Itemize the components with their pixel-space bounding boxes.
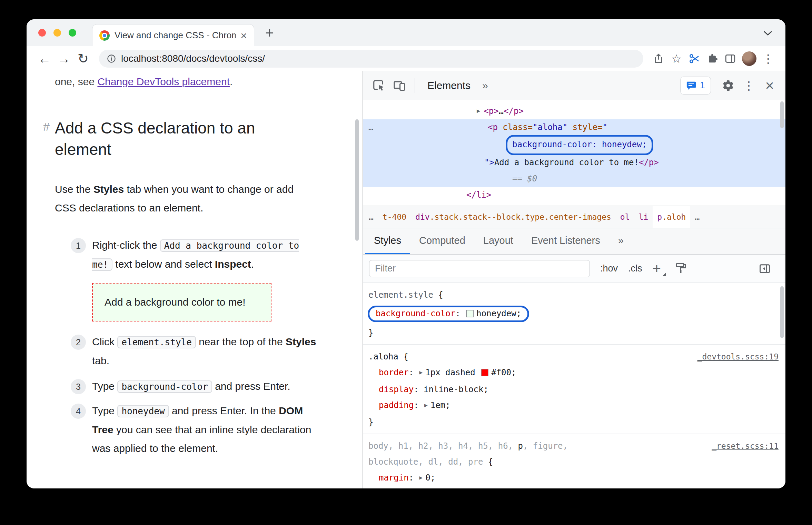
color-swatch-red[interactable] xyxy=(481,369,488,376)
selector-text: .aloha xyxy=(368,352,398,361)
heading-anchor-link[interactable]: # xyxy=(43,120,50,133)
dom-token: "> xyxy=(484,158,494,167)
styles-filter-input[interactable] xyxy=(369,260,590,277)
step-number: 2 xyxy=(71,335,86,350)
sidebar-panel-icon[interactable] xyxy=(721,53,739,65)
rule-header: .aloha { _devtools.scss:19 xyxy=(363,349,785,365)
change-devtools-placement-link[interactable]: Change DevTools placement xyxy=(97,76,230,87)
toggle-hover-state-button[interactable]: :hov xyxy=(600,263,618,274)
step-number: 1 xyxy=(71,238,86,253)
more-panels-icon[interactable]: » xyxy=(479,80,491,91)
dom-node-collapsed-p[interactable]: ▶<p>…</p> xyxy=(363,103,785,119)
chevron-down-icon[interactable] xyxy=(763,31,772,36)
breadcrumb-item[interactable]: ol xyxy=(616,212,634,221)
expand-shorthand-icon[interactable]: ▶ xyxy=(419,365,423,380)
brace: } xyxy=(368,417,373,427)
tab-event-listeners[interactable]: Event Listeners xyxy=(522,228,609,254)
reload-button[interactable]: ↻ xyxy=(73,52,93,65)
expand-shorthand-icon[interactable]: ▶ xyxy=(419,470,423,486)
breadcrumb-item-selected[interactable]: p.aloh xyxy=(653,206,690,228)
forward-button[interactable]: → xyxy=(54,52,73,65)
dom-token: style= xyxy=(567,122,602,132)
node-actions-ellipsis[interactable]: … xyxy=(368,119,374,136)
breadcrumb-item[interactable]: li xyxy=(634,212,653,221)
dom-node-selected[interactable]: … <p class="aloha" style=" background-co… xyxy=(363,119,785,187)
demo-target-box[interactable]: Add a background color to me! xyxy=(92,283,271,321)
declaration-display[interactable]: display: inline-block; xyxy=(363,382,785,397)
extensions-puzzle-icon[interactable] xyxy=(703,53,721,65)
new-tab-button[interactable]: + xyxy=(265,25,274,41)
declaration-background-color[interactable]: background-color: honeydew; xyxy=(363,303,785,325)
source-link[interactable]: _devtools.scss:19 xyxy=(697,349,779,365)
device-toolbar-icon[interactable] xyxy=(390,77,408,95)
dom-node-li-close[interactable]: </li> xyxy=(363,187,785,203)
close-window-button[interactable] xyxy=(38,29,46,37)
dom-open-tag-line[interactable]: <p class="aloha" style=" xyxy=(363,119,785,136)
declaration-padding[interactable]: padding: ▶1em; xyxy=(363,397,785,414)
breadcrumb-item[interactable]: div.stack.stack--block.type.center-image… xyxy=(411,212,616,221)
rule-selector[interactable]: element.style { xyxy=(363,287,785,303)
dom-scrollbar[interactable] xyxy=(780,101,784,128)
color-swatch-honeydew[interactable] xyxy=(466,310,474,317)
browser-menu-icon[interactable]: ⋮ xyxy=(759,52,777,66)
doc-scrollbar[interactable] xyxy=(355,119,359,241)
selector-text: blockquote, dl, dd, pre xyxy=(368,457,488,467)
chat-bubble-icon xyxy=(686,80,696,91)
issues-button[interactable]: 1 xyxy=(680,77,711,95)
paint-format-icon[interactable] xyxy=(675,262,687,276)
address-bar[interactable]: localhost:8080/docs/devtools/css/ xyxy=(99,50,643,68)
tab-close-icon[interactable]: × xyxy=(240,30,247,41)
selector-text: , figure, xyxy=(523,441,568,451)
declaration-margin[interactable]: margin: ▶0; xyxy=(363,470,785,487)
dom-token: class= xyxy=(498,122,533,132)
computed-sidebar-toggle-icon[interactable] xyxy=(759,262,771,275)
minimize-window-button[interactable] xyxy=(53,29,61,37)
expand-arrow-icon[interactable]: ▶ xyxy=(477,107,480,114)
step-text-part: text below and select xyxy=(112,258,215,270)
rule-selector[interactable]: .aloha { xyxy=(363,349,697,365)
dom-style-attr-line[interactable]: background-color: honeydew; xyxy=(363,136,785,155)
steps-list: 1 Right-click the Add a background color… xyxy=(71,236,363,458)
property-name: display xyxy=(379,385,414,394)
settings-gear-icon[interactable] xyxy=(719,79,737,92)
tab-styles[interactable]: Styles xyxy=(365,228,410,254)
source-link[interactable]: _reset.scss:11 xyxy=(712,438,779,454)
dom-token: "aloha" xyxy=(533,122,567,132)
inspect-element-icon[interactable] xyxy=(370,77,388,95)
breadcrumb-overflow[interactable]: … xyxy=(364,212,378,221)
scissors-extension-icon[interactable] xyxy=(685,53,703,65)
profile-avatar[interactable] xyxy=(742,51,756,66)
brace: { xyxy=(488,457,493,467)
element-classes-button[interactable]: .cls xyxy=(628,263,642,274)
rule-selector[interactable]: body, h1, h2, h3, h4, h5, h6, p, figure, xyxy=(363,438,712,454)
new-style-rule-button[interactable]: + xyxy=(653,261,665,276)
more-tabs-icon[interactable]: » xyxy=(609,228,633,254)
tab-layout[interactable]: Layout xyxy=(474,228,522,254)
rule-selector-line2[interactable]: blockquote, dl, dd, pre { xyxy=(363,454,785,470)
dom-text-line[interactable]: ">Add a background color to me!</p> xyxy=(363,155,785,171)
selector-text: body, h1, h2, h3, h4, h5, h6, xyxy=(368,441,518,451)
dom-token: == xyxy=(512,174,527,184)
share-icon[interactable] xyxy=(650,53,667,65)
tab-elements[interactable]: Elements xyxy=(421,80,477,91)
breadcrumb-overflow[interactable]: … xyxy=(690,212,704,221)
browser-tab[interactable]: View and change CSS - Chrom × xyxy=(92,24,254,46)
maximize-window-button[interactable] xyxy=(69,29,76,37)
site-info-icon[interactable] xyxy=(107,54,116,63)
declaration-border[interactable]: border: ▶1px dashed #f00; xyxy=(363,365,785,382)
dom-token: … xyxy=(499,106,504,116)
bookmark-star-icon[interactable]: ☆ xyxy=(667,52,685,66)
back-button[interactable]: ← xyxy=(35,52,54,65)
breadcrumb-item[interactable]: t-400 xyxy=(378,212,411,221)
step-text: Right-click the Add a background color t… xyxy=(92,236,318,274)
property-value: 1em; xyxy=(430,400,450,410)
style-rule-element-style: element.style { background-color: honeyd… xyxy=(363,283,785,345)
step-text-part: and press Enter. xyxy=(212,380,290,392)
devtools-menu-icon[interactable]: ⋮ xyxy=(740,79,758,92)
expand-shorthand-icon[interactable]: ▶ xyxy=(424,397,428,413)
property-value: inline-block; xyxy=(424,385,488,394)
devtools-close-icon[interactable]: × xyxy=(761,77,779,94)
styles-scrollbar[interactable] xyxy=(780,286,784,338)
tab-computed[interactable]: Computed xyxy=(410,228,474,254)
browser-toolbar: ← → ↻ localhost:8080/docs/devtools/css/ … xyxy=(27,46,785,71)
